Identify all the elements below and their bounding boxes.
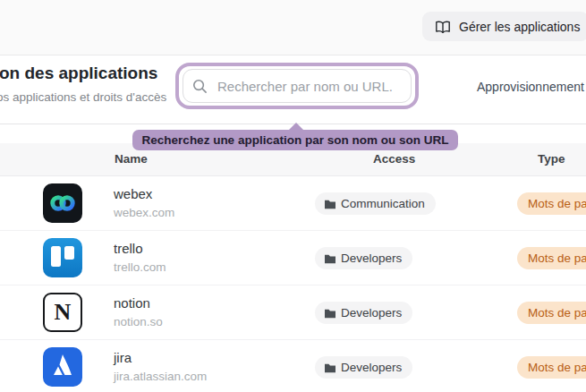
app-name-block: jira jira.atlassian.com bbox=[114, 350, 207, 383]
table-row-jira[interactable]: jira jira.atlassian.com Developers Mots … bbox=[0, 340, 586, 392]
type-badge: Mots de passe bbox=[517, 356, 586, 379]
search-icon bbox=[192, 79, 208, 94]
jira-logo-icon bbox=[43, 347, 82, 387]
page-subtitle: os applications et droits d'accès bbox=[0, 90, 166, 104]
app-name: trello bbox=[114, 241, 166, 256]
app-url: notion.so bbox=[114, 315, 163, 328]
app-url: webex.com bbox=[114, 206, 174, 219]
access-group-label: Developers bbox=[341, 306, 402, 320]
type-badge-label: Mots de passe bbox=[528, 251, 586, 265]
access-group-pill: Communication bbox=[315, 192, 436, 215]
access-group-label: Developers bbox=[341, 361, 402, 374]
search-focus-ring bbox=[175, 63, 419, 109]
search-tooltip: Recherchez une application par son nom o… bbox=[132, 130, 458, 150]
trello-logo-icon bbox=[43, 238, 82, 277]
app-window: Gérer les applications on des applicatio… bbox=[0, 0, 586, 392]
manage-applications-label: Gérer les applications bbox=[459, 20, 580, 34]
column-header-access: Access bbox=[373, 152, 415, 166]
access-group-pill: Developers bbox=[315, 356, 412, 379]
tab-approvisionnement[interactable]: Approvisionnement bbox=[477, 80, 584, 94]
open-book-icon bbox=[435, 20, 451, 34]
app-name-block: webex webex.com bbox=[114, 186, 174, 219]
type-badge: Mots de passe bbox=[517, 247, 586, 269]
app-name: webex bbox=[114, 186, 174, 201]
access-group-pill: Developers bbox=[315, 302, 412, 324]
table-row-notion[interactable]: N notion notion.so Developers Mots de pa… bbox=[0, 285, 586, 340]
type-badge: Mots de passe bbox=[517, 192, 586, 215]
app-name-block: notion notion.so bbox=[114, 295, 163, 328]
type-badge-label: Mots de passe bbox=[528, 306, 586, 320]
column-header-name: Name bbox=[115, 152, 148, 166]
table-row-trello[interactable]: trello trello.com Developers Mots de pas… bbox=[0, 231, 586, 285]
type-badge-label: Mots de passe bbox=[528, 197, 586, 210]
folder-icon bbox=[324, 199, 336, 209]
app-name-block: trello trello.com bbox=[114, 241, 166, 274]
manage-applications-button[interactable]: Gérer les applications bbox=[422, 12, 586, 41]
table-row-webex[interactable]: webex webex.com Communication Mots de pa… bbox=[0, 176, 586, 231]
search-input[interactable] bbox=[216, 78, 402, 95]
app-url: jira.atlassian.com bbox=[114, 370, 207, 383]
type-badge-label: Mots de passe bbox=[528, 361, 586, 374]
page-title: on des applications bbox=[0, 64, 157, 83]
app-name: jira bbox=[114, 350, 207, 365]
access-group-pill: Developers bbox=[315, 247, 412, 269]
type-badge: Mots de passe bbox=[517, 302, 586, 324]
column-header-type: Type bbox=[538, 152, 565, 166]
search-box[interactable] bbox=[183, 69, 412, 103]
app-url: trello.com bbox=[114, 260, 166, 274]
access-group-label: Developers bbox=[341, 251, 402, 265]
folder-icon bbox=[324, 308, 336, 319]
access-group-label: Communication bbox=[341, 197, 425, 210]
folder-icon bbox=[324, 253, 336, 264]
notion-logo-icon: N bbox=[43, 293, 82, 332]
folder-icon bbox=[324, 362, 336, 373]
webex-logo-icon bbox=[43, 183, 82, 223]
app-name: notion bbox=[114, 295, 163, 311]
